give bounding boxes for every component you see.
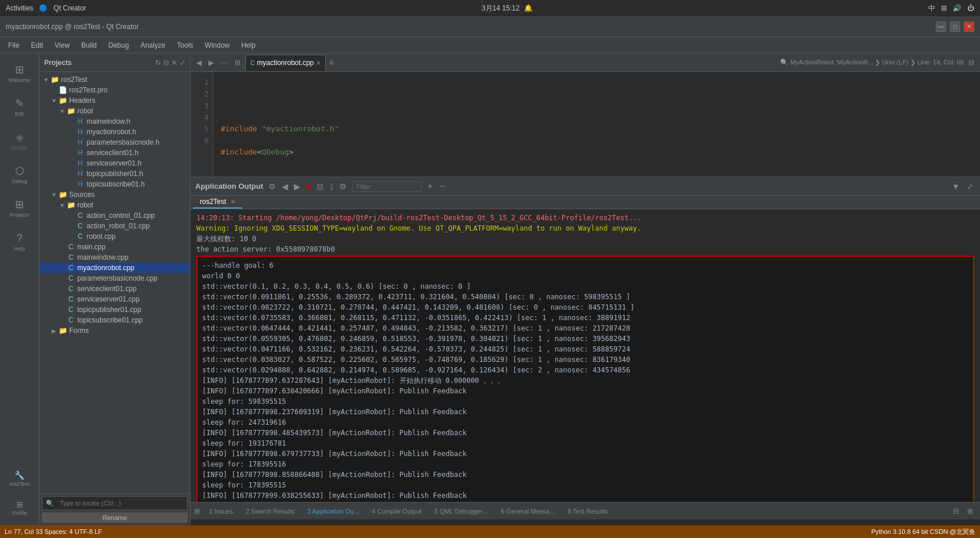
code-editor[interactable]: 123456 #include "myactionrobot.h" #inclu… [191, 72, 980, 177]
projects-header-icons: ↻ ⊟ ✕ ⤢ [155, 59, 185, 67]
output-title: Application Output [195, 182, 263, 191]
output-config-icon[interactable]: ⚙ [338, 181, 349, 192]
tree-item-sources[interactable]: ▼ 📁 Sources [40, 189, 190, 200]
menu-window[interactable]: Window [200, 40, 235, 51]
bell-icon[interactable]: 🔔 [524, 4, 533, 12]
output-collapse-btn[interactable]: ▼ [950, 181, 961, 192]
bottom-tab-test[interactable]: 8 Test Results [562, 507, 613, 516]
debug-icon: ⬡ [15, 164, 24, 177]
tab-close-btn[interactable]: ✕ [316, 60, 321, 66]
tree-item-action-robot-cpp[interactable]: C action_robot_01.cpp [40, 221, 190, 231]
maximize-button[interactable]: □ [950, 21, 960, 32]
code-content[interactable]: #include "myactionrobot.h" #include<QDeb… [214, 72, 346, 177]
tree-item-topicsubscribe01-h[interactable]: H topicsubscribe01.h [40, 179, 190, 189]
sidebar-item-welcome[interactable]: ⊞ Welcome [2, 57, 37, 89]
app-name: Qt Creator [53, 4, 86, 12]
sidebar-item-help[interactable]: ? Help [2, 225, 37, 258]
tree-item-topicsubscribe01-cpp[interactable]: C topicsubscribe01.cpp [40, 315, 190, 325]
projects-expand-icon[interactable]: ⤢ [180, 59, 185, 67]
bottom-tab-compile[interactable]: 4 Compile Output [366, 507, 428, 516]
toolbar-dots[interactable]: ⋯ [218, 58, 230, 68]
close-button[interactable]: ✕ [964, 21, 974, 32]
output-scroll-icon[interactable]: ⤵ [328, 181, 335, 192]
bottom-tab-appoutput[interactable]: 3 Application Ou... [301, 507, 365, 516]
tree-item-serviceserver01-cpp[interactable]: C serviceserver01.cpp [40, 294, 190, 304]
projects-sync-icon[interactable]: ↻ [155, 59, 161, 67]
locate-input[interactable] [56, 498, 184, 508]
tree-item-topicpublisher01-h[interactable]: H topicpublisher01.h [40, 168, 190, 179]
toolbar-split[interactable]: ⊞ [232, 58, 243, 68]
activities-label[interactable]: Activities [6, 4, 33, 12]
output-clear-icon[interactable]: ⊟ [315, 181, 325, 192]
status-bar: Ln 77, Col 33 Spaces: 4 UTF-8 LF Python … [0, 525, 980, 538]
output-hl-15: [INFO] [1678777898.237609319] [myActionR… [202, 407, 968, 417]
output-nav-prev-icon[interactable]: ◀ [280, 181, 290, 192]
sidebar-item-profile[interactable]: ⊞ Profile [2, 494, 37, 522]
tree-item-robot-cpp[interactable]: C robot.cpp [40, 231, 190, 242]
output-settings-icon[interactable]: ⚙ [267, 181, 278, 192]
tree-item-serviceclient01-cpp[interactable]: C serviceclient01.cpp [40, 284, 190, 294]
tree-item-main-cpp[interactable]: C main.cpp [40, 242, 190, 252]
minimize-button[interactable]: — [936, 21, 946, 32]
tree-item-mainwindow-cpp[interactable]: C mainwindow.cpp [40, 252, 190, 263]
menu-analyze[interactable]: Analyze [136, 40, 170, 51]
nav-forward-btn[interactable]: ▶ [206, 58, 216, 68]
output-line-server: the action server: 0x5580978078b0 [196, 244, 974, 254]
tree-item-robot-headers[interactable]: ▼ 📁 robot [40, 106, 190, 116]
tree-item-ros2testpro[interactable]: 📄 ros2Test.pro [40, 85, 190, 95]
tree-item-forms[interactable]: ▶ 📁 Forms [40, 325, 190, 336]
sidebar-item-ros2test[interactable]: 🔧 ros2Test [2, 465, 37, 493]
bottom-tab-issues[interactable]: 1 Issues [203, 507, 239, 516]
tree-item-parametersbasicnode-h[interactable]: H parametersbasicnode.h [40, 137, 190, 148]
tree-item-headers[interactable]: ▼ 📁 Headers [40, 95, 190, 106]
output-filter-input[interactable] [352, 181, 422, 192]
tree-item-robot-sources[interactable]: ▼ 📁 robot [40, 200, 190, 210]
menu-build[interactable]: Build [77, 40, 102, 51]
tree-item-action-control-cpp[interactable]: C action_control_01.cpp [40, 210, 190, 221]
bottom-tab-qml[interactable]: 5 QML Debugger... [429, 507, 494, 516]
output-nav-next-icon[interactable]: ▶ [292, 181, 302, 192]
menu-edit[interactable]: Edit [26, 40, 48, 51]
tree-item-myactionrobot-h[interactable]: H myactionrobot.h [40, 127, 190, 137]
tree-item-topicpublisher01-cpp[interactable]: C topicpublisher01.cpp [40, 304, 190, 315]
menu-tools[interactable]: Tools [173, 40, 198, 51]
folder-icon: 📁 [50, 75, 59, 84]
projects-filter-icon[interactable]: ⊟ [163, 59, 169, 67]
tree-item-parametersbasicnode-cpp[interactable]: C parametersbasicnode.cpp [40, 273, 190, 284]
menu-file[interactable]: File [3, 40, 24, 51]
menu-help[interactable]: Help [236, 40, 260, 51]
menu-view[interactable]: View [50, 40, 74, 51]
sidebar-item-debug[interactable]: ⬡ Debug [2, 158, 37, 191]
menu-debug[interactable]: Debug [104, 40, 134, 51]
output-stop-icon[interactable]: ■ [304, 181, 313, 192]
output-add-btn[interactable]: + [425, 181, 434, 192]
tree-item-serviceclient01-h[interactable]: H serviceclient01.h [40, 148, 190, 158]
projects-close-icon[interactable]: ✕ [171, 59, 177, 67]
split-editor-btn[interactable]: ⊟ [966, 58, 977, 68]
tree-item-myactionrobot-cpp[interactable]: C myactionrobot.cpp [40, 263, 190, 273]
tree-item-ros2test[interactable]: ▼ 📁 ros2Test [40, 74, 190, 85]
folder-icon: 📁 [66, 106, 76, 116]
header-file-icon: H [76, 117, 85, 126]
output-tab-close-icon[interactable]: ✕ [231, 199, 235, 205]
nav-back-btn[interactable]: ◀ [194, 58, 204, 68]
bottom-tab-search[interactable]: 2 Search Results [240, 507, 300, 516]
bottom-tab-action1[interactable]: ⊟ [950, 507, 963, 515]
tree-item-serviceserver01-h[interactable]: H serviceserver01.h [40, 158, 190, 168]
header-file-icon: H [76, 148, 85, 157]
sidebar-item-design[interactable]: ◈ Design [2, 124, 37, 157]
output-hl-14: sleep for: 598395515 [202, 396, 968, 407]
tab-myactionrobot[interactable]: C myactionrobot.cpp ✕ [245, 55, 326, 71]
output-float-btn[interactable]: ⤢ [965, 181, 975, 192]
output-minus-btn[interactable]: − [438, 181, 447, 192]
bottom-tab-general[interactable]: 6 General Messa... [495, 507, 561, 516]
output-hl-19: [INFO] [1678777898.679737733] [myActionR… [202, 449, 968, 459]
output-tab-ros2test[interactable]: ros2Test ✕ [193, 196, 242, 209]
projects-title: Projects [44, 59, 71, 67]
sidebar-item-edit[interactable]: ✎ Edit [2, 91, 37, 123]
sidebar-item-projects[interactable]: ⊞ Projects [2, 192, 37, 224]
rename-button[interactable]: Rename [42, 512, 188, 523]
bottom-tab-action2[interactable]: ⊞ [964, 507, 977, 515]
tree-item-mainwindow-h[interactable]: H mainwindow.h [40, 116, 190, 127]
cpp-file-icon: C [66, 242, 76, 252]
